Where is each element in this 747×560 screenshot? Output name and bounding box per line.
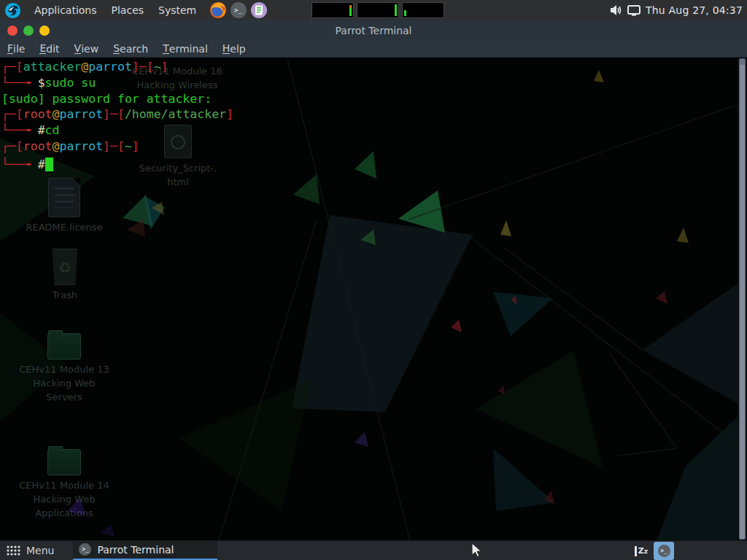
text-editor-icon[interactable] [250,1,268,19]
clock[interactable]: Thu Aug 27, 04:37 [646,4,743,16]
terminal-cursor [45,158,53,171]
terminal-titlebar[interactable]: Parrot Terminal [0,20,747,40]
menu-help[interactable]: Help [215,40,253,58]
folder-icon [47,333,81,359]
firefox-icon[interactable] [209,1,227,19]
parrot-logo-icon[interactable] [4,2,21,19]
taskbar-task-parrot-terminal[interactable]: >_ Parrot Terminal [73,541,217,560]
scrollbar-thumb[interactable] [739,58,746,540]
tray-terminal-icon[interactable]: >_ [654,542,674,560]
desktop-icon-module13[interactable]: CEHv11 Module 13 Hacking Web Servers [13,333,115,404]
trash-icon: ♻ [51,249,79,285]
desktop-icon-readme[interactable]: README.license [13,178,115,234]
terminal-scrollbar[interactable] [738,58,747,540]
terminal-launcher-icon[interactable]: >_ [230,1,247,19]
minimize-window-button[interactable] [23,26,34,36]
task-title: Parrot Terminal [97,544,174,556]
menu-view[interactable]: View [67,40,107,58]
desktop-icon-module14[interactable]: CEHv11 Module 14 Hacking Web Application… [13,449,115,520]
sleep-indicator-icon[interactable]: Zz [635,546,648,556]
volume-icon[interactable] [610,4,622,16]
terminal-content-area: CEHv11 Module 16 Hacking Wireless Securi… [0,58,747,540]
display-icon[interactable] [627,5,640,16]
taskbar: Menu >_ Parrot Terminal Zz >_ [0,540,747,560]
menu-search[interactable]: Search [106,40,155,58]
system-monitor-applet-3[interactable] [402,2,444,18]
menu-places[interactable]: Places [104,0,152,20]
window-title: Parrot Terminal [335,25,411,36]
menu-system[interactable]: System [151,0,204,20]
desktop-icon-trash[interactable]: ♻ Trash [14,249,116,302]
close-window-button[interactable] [7,26,18,36]
folder-icon [47,449,81,475]
text-file-icon [48,178,80,217]
menu-terminal[interactable]: Terminal [155,40,215,58]
mouse-cursor [471,542,483,559]
taskbar-menu-button[interactable]: Menu [0,541,63,560]
svg-text:>_: >_ [234,7,242,14]
top-panel: Applications Places System >_ [0,0,747,20]
menu-applications[interactable]: Applications [27,0,104,20]
menu-file[interactable]: File [0,40,32,58]
terminal-menubar: File Edit View Search Terminal Help [0,40,747,58]
taskbar-menu-label: Menu [26,545,54,556]
terminal-output: ┌─[attacker@parrot]─[~]└──╼ $sudo su[sud… [1,59,233,171]
menu-grid-icon [6,545,20,556]
maximize-window-button[interactable] [39,26,50,36]
system-monitor-applet-1[interactable] [311,2,354,18]
menu-edit[interactable]: Edit [32,40,66,58]
terminal-task-icon: >_ [79,543,91,556]
system-monitor-applet-2[interactable] [357,2,399,18]
